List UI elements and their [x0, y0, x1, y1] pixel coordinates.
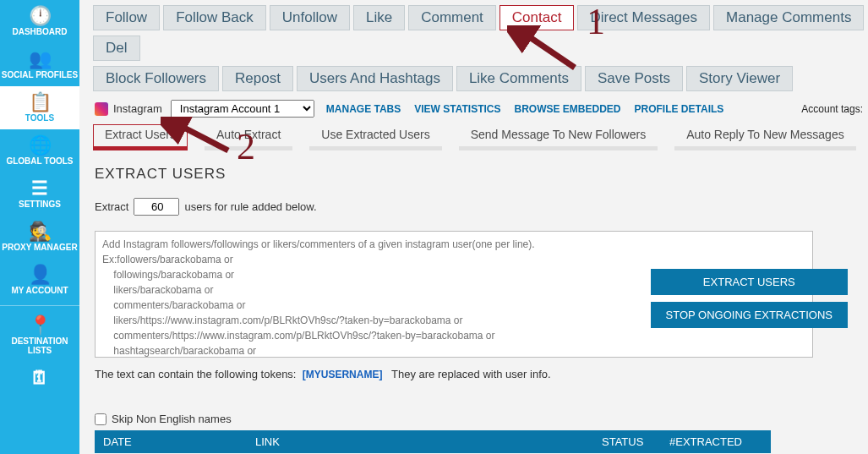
skip-row: Skip Non English names [95, 413, 846, 425]
stop-extractions-button[interactable]: STOP ONGOING EXTRACTIONS [651, 302, 848, 328]
platform-label: Instagram [113, 102, 162, 115]
user-icon: 👤 [0, 265, 79, 284]
rule-row: Extract users for rule added below. [95, 198, 846, 216]
main: Follow Follow Back Unfollow Like Comment… [79, 0, 868, 454]
sidebar-item-my-account[interactable]: 👤MY ACCOUNT [0, 259, 79, 302]
col-date: DATE [95, 430, 247, 453]
sidebar-item-dashboard[interactable]: 🕛DASHBOARD [0, 0, 79, 43]
subtab-auto-reply[interactable]: Auto Reply To New Messages [674, 124, 856, 150]
sidebar-item-proxy-manager[interactable]: 🕵PROXY MANAGER [0, 216, 79, 259]
extract-count-input[interactable] [134, 198, 179, 216]
account-select[interactable]: Instagram Account 1 [171, 100, 314, 118]
subtab-extract-users[interactable]: Extract Users [93, 124, 188, 150]
col-status: STATUS [593, 430, 661, 453]
tab-story-viewer[interactable]: Story Viewer [686, 66, 793, 91]
link-view-statistics[interactable]: VIEW STATISTICS [414, 103, 500, 115]
profiles-icon: 👥 [0, 50, 79, 68]
calendar-icon: 🗓 [0, 369, 79, 387]
globe-icon: 🌐 [0, 136, 79, 155]
sidebar-item-global-tools[interactable]: 🌐GLOBAL TOOLS [0, 129, 79, 172]
subtab-auto-extract[interactable]: Auto Extract [205, 124, 292, 150]
tab-follow-back[interactable]: Follow Back [163, 5, 266, 30]
action-buttons: EXTRACT USERS STOP ONGOING EXTRACTIONS [651, 269, 848, 328]
token-myusername: [MYUSERNAME] [303, 369, 383, 380]
link-manage-tabs[interactable]: MANAGE TABS [326, 103, 401, 115]
tab-del[interactable]: Del [93, 36, 140, 61]
sidebar-item-tools[interactable]: 📋TOOLS [0, 86, 79, 129]
skip-non-english-checkbox[interactable] [95, 413, 106, 425]
sidebar-item-destination-lists[interactable]: 📍DESTINATION LISTS [0, 309, 79, 362]
tab-comment[interactable]: Comment [408, 5, 496, 30]
clipboard-icon: 📋 [0, 93, 79, 112]
instagram-icon [95, 102, 108, 116]
col-extracted: #EXTRACTED [661, 430, 762, 453]
account-bar: Instagram Instagram Account 1 MANAGE TAB… [79, 96, 868, 123]
tab-like-comments[interactable]: Like Comments [456, 66, 581, 91]
divider [0, 305, 79, 306]
tab-block-followers[interactable]: Block Followers [93, 66, 219, 91]
sidebar-item-more[interactable]: 🗓 [0, 362, 79, 396]
page-title: EXTRACT USERS [95, 166, 846, 183]
tab-like[interactable]: Like [353, 5, 405, 30]
spy-icon: 🕵 [0, 222, 79, 241]
tab-contact[interactable]: Contact [500, 5, 575, 30]
sidebar: 🕛DASHBOARD 👥SOCIAL PROFILES 📋TOOLS 🌐GLOB… [0, 0, 79, 454]
link-browse-embedded[interactable]: BROWSE EMBEDDED [515, 103, 621, 115]
results-table: DATE LINK STATUS #EXTRACTED [95, 430, 771, 453]
top-tabs: Follow Follow Back Unfollow Like Comment… [79, 0, 868, 96]
subtab-use-extracted[interactable]: Use Extracted Users [309, 124, 441, 150]
sidebar-item-social-profiles[interactable]: 👥SOCIAL PROFILES [0, 43, 79, 86]
tab-users-hashtags[interactable]: Users And Hashtags [297, 66, 453, 91]
pin-icon: 📍 [0, 316, 79, 335]
account-tags-label: Account tags: [801, 103, 863, 115]
gauge-icon: 🕛 [0, 7, 79, 25]
tab-unfollow[interactable]: Unfollow [270, 5, 350, 30]
sidebar-item-settings[interactable]: ☰SETTINGS [0, 172, 79, 216]
tab-save-posts[interactable]: Save Posts [585, 66, 683, 91]
link-profile-details[interactable]: PROFILE DETAILS [635, 103, 724, 115]
tab-follow[interactable]: Follow [93, 5, 160, 30]
tokens-row: The text can contain the following token… [95, 368, 846, 380]
sliders-icon: ☰ [0, 179, 79, 198]
table-header: DATE LINK STATUS #EXTRACTED [95, 430, 771, 453]
tab-manage-comments[interactable]: Manage Comments [713, 5, 864, 30]
col-link: LINK [247, 430, 593, 453]
subtab-send-new-followers[interactable]: Send Message To New Followers [459, 124, 658, 150]
tab-direct-messages[interactable]: Direct Messages [577, 5, 710, 30]
tab-repost[interactable]: Repost [222, 66, 293, 91]
subtabs: Extract Users Auto Extract Use Extracted… [79, 123, 868, 150]
extract-users-button[interactable]: EXTRACT USERS [651, 269, 848, 295]
